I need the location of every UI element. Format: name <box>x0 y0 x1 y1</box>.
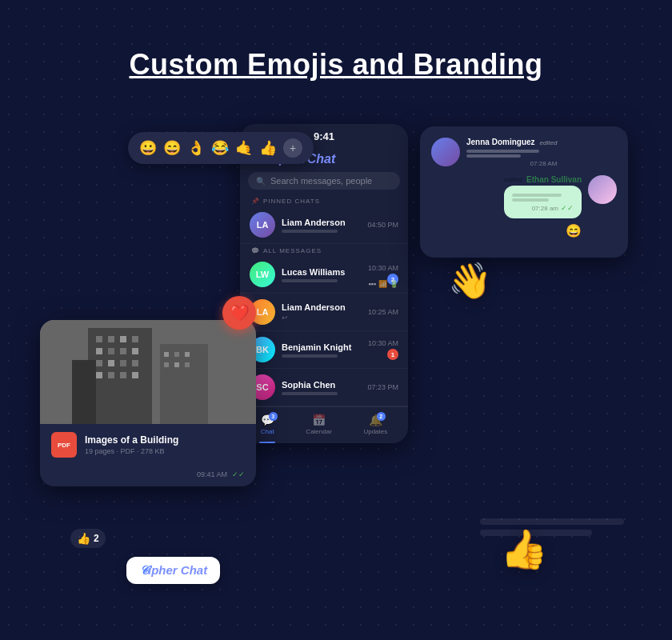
svg-rect-14 <box>120 360 126 366</box>
chat-item-benjamin[interactable]: BK Benjamin Knight 10:30 AM 1 <box>240 331 408 369</box>
svg-rect-7 <box>132 336 138 342</box>
emoji-add-button[interactable]: + <box>283 138 302 158</box>
chat-item-liam-pinned[interactable]: LA Liam Anderson 04:50 PM <box>240 206 408 244</box>
chat-info-sophia: Sophia Chen <box>282 380 361 395</box>
jenna-name: Jenna Dominguez <box>466 138 535 146</box>
chat-item-sophia[interactable]: SC Sophia Chen 07:23 PM <box>240 369 408 406</box>
svg-rect-6 <box>120 336 126 342</box>
chat-preview-liam2: ↩ <box>282 314 362 322</box>
chat-item-liam2[interactable]: LA Liam Anderson ↩ 10:25 AM <box>240 294 408 331</box>
svg-rect-5 <box>108 336 114 342</box>
jenna-text-2 <box>466 154 521 158</box>
thumbsup-react-emoji: 👍 <box>77 532 90 545</box>
svg-rect-20 <box>164 352 169 357</box>
ethan-text-1 <box>512 194 561 197</box>
badge-benjamin: 1 <box>387 349 398 360</box>
document-card: PDF Images of a Building 19 pages · PDF … <box>40 320 256 486</box>
chat-time-benjamin: 10:30 AM <box>368 339 398 347</box>
chat-preview-lucas <box>282 279 338 282</box>
svg-rect-18 <box>120 372 126 378</box>
jenna-text-1 <box>466 150 539 153</box>
svg-rect-13 <box>108 360 114 366</box>
emoji-wave-small[interactable]: 🤙 <box>235 139 253 157</box>
signal-icons: ▪▪▪ 📶 🔋 <box>368 280 398 288</box>
chat-info-liam-pinned: Liam Anderson <box>282 218 361 233</box>
chat-info-liam2: Liam Anderson ↩ <box>282 302 362 322</box>
nav-chat[interactable]: 💬 3 Chat <box>261 414 274 435</box>
chat-nav-label: Chat <box>261 428 274 435</box>
nav-updates[interactable]: 🔔 2 Updates <box>363 414 387 435</box>
search-bar[interactable]: 🔍 Search messages, people <box>248 172 400 190</box>
ethan-green-bubble: 07:28 am ✓✓ <box>504 186 582 218</box>
svg-rect-16 <box>96 372 102 378</box>
double-check-icon: ✓✓ <box>561 204 574 212</box>
phone-mockup: 9:41 ▪▪▪ 📶 🔋 𝒞 CipherChat 🔍 Search messa… <box>240 124 408 443</box>
building-svg <box>40 320 256 424</box>
doc-info: PDF Images of a Building 19 pages · PDF … <box>40 424 256 466</box>
svg-rect-25 <box>185 362 190 367</box>
calendar-nav-label: Calendar <box>306 428 331 435</box>
svg-rect-22 <box>185 352 190 357</box>
search-placeholder: Search messages, people <box>270 176 372 186</box>
jenna-time: 07:28 AM <box>466 160 557 167</box>
doc-footer: 09:41 AM ✓✓ <box>40 466 256 486</box>
avatar-lucas: LW <box>250 262 275 287</box>
svg-rect-10 <box>120 348 126 354</box>
svg-rect-15 <box>132 360 138 366</box>
msg-bubble-jenna: Jenna Dominguez edited 07:28 AM <box>466 138 557 167</box>
doc-title: Images of a Building <box>85 434 178 446</box>
svg-rect-19 <box>132 372 138 378</box>
avatar-ethan <box>588 175 617 204</box>
chat-time-lucas: 10:30 AM <box>368 264 398 272</box>
doc-reaction-count: 2 <box>94 533 99 544</box>
emoji-grin[interactable]: 😀 <box>139 139 157 157</box>
ethan-edited: edited <box>504 176 522 183</box>
svg-rect-9 <box>108 348 114 354</box>
message-row-jenna: Jenna Dominguez edited 07:28 AM <box>431 138 617 167</box>
nav-calendar[interactable]: 📅 Calendar <box>306 414 331 435</box>
avatar-jenna <box>431 138 460 166</box>
chat-preview-sophia <box>282 392 338 395</box>
emoji-ok[interactable]: 👌 <box>187 139 205 157</box>
page-title: Custom Emojis and Branding <box>0 0 672 82</box>
all-messages-label: 💬 ALL MESSAGES <box>240 244 408 256</box>
updates-nav-badge: 2 <box>377 412 386 421</box>
status-time: 9:41 <box>314 130 334 142</box>
emoji-joy[interactable]: 😂 <box>211 139 229 157</box>
chat-preview-benjamin <box>282 354 338 358</box>
chat-item-lucas[interactable]: LW Lucas Williams 10:30 AM 2 <box>240 256 408 294</box>
pinned-section-label: 📌 PINNED CHATS <box>240 194 408 206</box>
msg-bubble-ethan: edited Ethan Sullivan 07:28 am ✓✓ 😄 <box>504 175 582 238</box>
svg-rect-24 <box>174 362 179 367</box>
doc-thumbsup-reaction: 👍 2 <box>70 529 106 548</box>
building-image <box>40 320 256 424</box>
heart-emoji: ❤️ <box>230 303 250 322</box>
doc-check-icon: ✓✓ <box>232 470 245 478</box>
pdf-icon: PDF <box>51 432 77 458</box>
search-icon: 🔍 <box>256 177 266 186</box>
doc-details: Images of a Building 19 pages · PDF · 27… <box>85 434 178 455</box>
cipherchat-watermark: 𝒞ipher Chat <box>126 557 220 584</box>
ethan-name: Ethan Sullivan <box>526 175 582 184</box>
ethan-reaction: 😄 <box>504 223 582 238</box>
ethan-time: 07:28 am <box>532 205 558 212</box>
emoji-thumbsup-small[interactable]: 👍 <box>259 139 277 157</box>
emoji-laugh[interactable]: 😄 <box>163 139 181 157</box>
chat-info-lucas: Lucas Williams <box>282 267 362 282</box>
jenna-edited: edited <box>540 139 558 146</box>
ethan-text-2 <box>512 198 549 202</box>
doc-time: 09:41 AM <box>197 470 227 478</box>
svg-rect-12 <box>96 360 102 366</box>
wave-emoji-large: 👋 <box>448 260 492 302</box>
svg-rect-23 <box>164 362 169 367</box>
placeholder-bar-1 <box>480 518 624 525</box>
updates-nav-label: Updates <box>363 428 387 435</box>
heart-reaction-bubble: ❤️ <box>222 296 256 330</box>
emoji-reaction-bar: 😀 😄 👌 😂 🤙 👍 + <box>128 132 314 164</box>
svg-rect-21 <box>174 352 179 357</box>
doc-meta: 19 pages · PDF · 278 KB <box>85 447 178 455</box>
svg-rect-8 <box>96 348 102 354</box>
message-row-ethan: edited Ethan Sullivan 07:28 am ✓✓ 😄 <box>431 175 617 238</box>
chat-preview-bar <box>282 230 338 233</box>
chat-nav-badge: 3 <box>269 412 278 421</box>
